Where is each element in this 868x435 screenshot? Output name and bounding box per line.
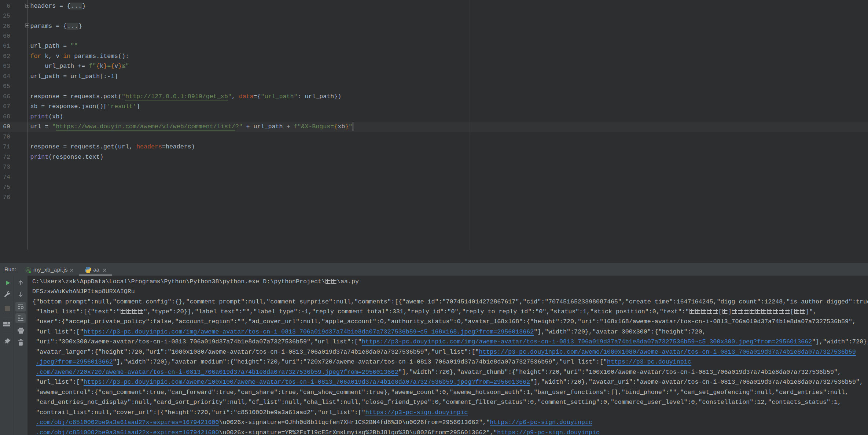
svg-text:JS: JS	[26, 268, 30, 272]
